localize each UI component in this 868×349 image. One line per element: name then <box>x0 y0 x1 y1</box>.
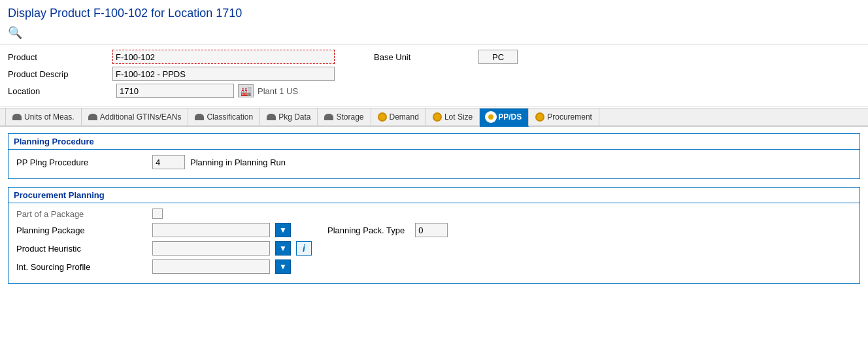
plant-icon[interactable]: 🏭 <box>238 84 254 97</box>
planning-procedure-header: Planning Procedure <box>8 134 860 150</box>
product-heuristic-label: Product Heuristic <box>16 244 147 254</box>
dot-icon-active <box>486 112 495 122</box>
tab-additional-gtins-label: Additional GTINs/EANs <box>100 112 182 122</box>
descrip-input[interactable] <box>112 67 335 81</box>
tab-procurement[interactable]: Procurement <box>529 108 599 125</box>
tab-procurement-label: Procurement <box>547 112 592 122</box>
tab-demand[interactable]: Demand <box>371 108 426 125</box>
hat-icon <box>88 114 97 120</box>
tab-ppds-label: PP/DS <box>498 112 522 122</box>
hat-icon <box>195 114 204 120</box>
pp-plng-input[interactable] <box>152 155 185 169</box>
content-area: Planning Procedure PP Plng Procedure Pla… <box>0 127 868 298</box>
tab-storage-label: Storage <box>336 112 363 122</box>
tab-demand-label: Demand <box>390 112 419 122</box>
tab-lot-size-label: Lot Size <box>444 112 473 122</box>
dot-icon <box>535 112 544 122</box>
pp-plng-row: PP Plng Procedure Planning in Planning R… <box>16 155 852 169</box>
int-sourcing-row: Int. Sourcing Profile ▼ <box>16 259 852 274</box>
planning-procedure-body: PP Plng Procedure Planning in Planning R… <box>8 150 860 178</box>
tab-additional-gtins[interactable]: Additional GTINs/EANs <box>82 108 189 125</box>
planning-package-row: Planning Package ▼ Planning Pack. Type <box>16 223 852 237</box>
tab-units-of-meas[interactable]: Units of Meas. <box>5 108 82 125</box>
pp-plng-label: PP Plng Procedure <box>16 158 147 167</box>
planning-pack-type-label: Planning Pack. Type <box>327 225 405 235</box>
int-sourcing-label: Int. Sourcing Profile <box>16 262 147 272</box>
planning-procedure-section: Planning Procedure PP Plng Procedure Pla… <box>8 133 860 179</box>
procurement-planning-section: Procurement Planning Part of a Package P… <box>8 187 860 284</box>
tabs-bar: Units of Meas. Additional GTINs/EANs Cla… <box>0 108 868 127</box>
descrip-label: Product Descrip <box>8 69 112 79</box>
tab-classification-label: Classification <box>207 112 253 122</box>
base-unit-container: Base Unit <box>374 50 518 64</box>
int-sourcing-search-btn[interactable]: ▼ <box>275 259 291 274</box>
tab-pkg-data-label: Pkg Data <box>278 112 310 122</box>
tab-lot-size[interactable]: Lot Size <box>426 108 480 125</box>
descrip-row: Product Descrip <box>8 67 860 81</box>
product-heuristic-input[interactable] <box>152 241 270 256</box>
product-label: Product <box>8 52 112 62</box>
part-of-package-checkbox[interactable] <box>152 208 163 219</box>
planning-package-search-btn[interactable]: ▼ <box>275 223 291 237</box>
planning-package-input[interactable] <box>152 223 270 237</box>
location-row: Location 🏭 Plant 1 US <box>8 84 860 98</box>
hat-icon <box>324 114 333 120</box>
int-sourcing-input[interactable] <box>152 259 270 274</box>
dot-icon <box>433 112 442 122</box>
product-row: Product Base Unit <box>8 50 860 64</box>
location-input[interactable] <box>116 84 234 98</box>
product-heuristic-info-btn[interactable]: i <box>296 241 312 256</box>
hat-icon <box>12 114 22 120</box>
part-of-package-label: Part of a Package <box>16 209 147 219</box>
tab-pkg-data[interactable]: Pkg Data <box>260 108 318 125</box>
base-unit-label: Base Unit <box>374 52 478 62</box>
toolbar: 🔍 <box>0 23 868 44</box>
tab-units-of-meas-label: Units of Meas. <box>24 112 75 122</box>
procurement-planning-body: Part of a Package Planning Package ▼ Pla… <box>8 203 860 283</box>
planning-package-label: Planning Package <box>16 225 147 235</box>
procurement-planning-header: Procurement Planning <box>8 188 860 203</box>
toolbar-icon[interactable]: 🔍 <box>8 26 22 39</box>
product-input[interactable] <box>112 50 335 64</box>
plant-text: Plant 1 US <box>258 86 298 96</box>
tab-storage[interactable]: Storage <box>318 108 371 125</box>
product-heuristic-row: Product Heuristic ▼ i <box>16 241 852 256</box>
base-unit-input[interactable] <box>478 50 518 64</box>
tab-ppds[interactable]: PP/DS <box>480 108 529 127</box>
form-section: Product Base Unit Product Descrip Locati… <box>0 44 868 107</box>
hat-icon <box>267 114 276 120</box>
page-title: Display Product F-100-102 for Location 1… <box>0 0 868 23</box>
location-label: Location <box>8 86 112 96</box>
pp-plng-text: Planning in Planning Run <box>190 158 286 167</box>
part-of-package-row: Part of a Package <box>16 208 852 219</box>
product-heuristic-search-btn[interactable]: ▼ <box>275 241 291 256</box>
dot-icon <box>378 112 387 122</box>
planning-pack-type-input[interactable] <box>415 223 448 237</box>
tab-classification[interactable]: Classification <box>188 108 260 125</box>
